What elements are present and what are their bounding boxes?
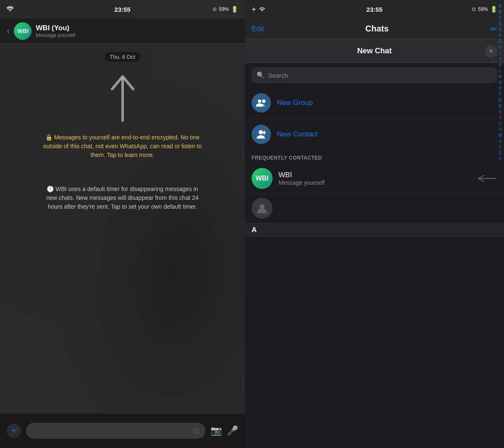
airplane-icon: ✈ <box>252 6 256 13</box>
alpha-p[interactable]: P <box>499 92 502 97</box>
search-input[interactable]: Search <box>268 72 288 79</box>
section-a: A <box>245 223 504 236</box>
chat-input-bar: + ⊡ 📷 🎤 <box>0 413 245 448</box>
attachment-button[interactable]: + <box>7 424 21 438</box>
new-contact-avatar <box>252 125 271 144</box>
arrow-left-icon <box>476 174 497 183</box>
wbi-subtitle: Message yourself <box>278 179 470 186</box>
scroll-arrow <box>108 70 137 125</box>
location-icon-left: ⊙ <box>213 6 217 12</box>
chats-header: Edit Chats ✏ <box>245 18 504 39</box>
up-arrow-icon <box>108 70 137 125</box>
right-panel: ✈ 23:55 ⊙ 59% 🔋 Edit Chats ✏ New Chat ✕ <box>245 0 504 448</box>
alpha-f[interactable]: F <box>499 33 501 39</box>
status-bar-left: 23:55 ⊙ 59% 🔋 <box>0 0 245 18</box>
svg-point-2 <box>262 100 265 103</box>
close-button[interactable]: ✕ <box>485 45 497 58</box>
alpha-n[interactable]: N <box>499 80 501 86</box>
new-group-label: New Group <box>277 99 313 107</box>
alpha-c[interactable]: C <box>499 15 501 21</box>
alpha-s[interactable]: S <box>499 109 502 115</box>
chat-content: Thu, 6 Oct 🔒 Messages to yourself are en… <box>0 44 245 413</box>
alpha-k[interactable]: K <box>499 62 502 68</box>
new-group-avatar <box>252 93 271 113</box>
close-icon: ✕ <box>488 47 494 55</box>
alpha-q[interactable]: Q <box>499 97 502 103</box>
message-input[interactable]: ⊡ <box>26 423 205 439</box>
group-icon <box>256 98 267 107</box>
blank-person-icon <box>256 202 268 214</box>
date-badge: Thu, 6 Oct <box>105 52 140 62</box>
svg-point-1 <box>258 100 261 103</box>
status-time-left: 23:55 <box>114 6 130 13</box>
modal-title: New Chat <box>357 47 391 55</box>
new-contact-item[interactable]: New Contact <box>245 119 504 150</box>
encryption-message[interactable]: 🔒 Messages to yourself are end-to-end en… <box>43 133 202 160</box>
new-chat-modal: New Chat ✕ 🔍 Search New Group <box>245 39 504 448</box>
blank-avatar <box>252 198 273 219</box>
alpha-z[interactable]: Z <box>499 150 501 156</box>
wbi-avatar: WBI <box>252 168 273 189</box>
section-a-letter: A <box>252 226 257 234</box>
person-add-icon <box>257 129 266 139</box>
status-left-icons <box>7 5 13 13</box>
back-button[interactable]: ‹ <box>7 26 10 37</box>
alpha-t[interactable]: T <box>499 115 501 121</box>
wifi-icon-right <box>259 5 265 13</box>
battery-text-left: 59% <box>219 6 229 12</box>
disappearing-message[interactable]: 🕐 WBI uses a default timer for disappear… <box>43 185 202 211</box>
wbi-info: WBI Message yourself <box>278 171 470 186</box>
alpha-i[interactable]: I <box>500 50 501 56</box>
status-right-icons: ⊙ 59% 🔋 <box>213 6 238 13</box>
alpha-o[interactable]: O <box>499 86 502 92</box>
alpha-e[interactable]: E <box>499 27 502 33</box>
chat-panel: 23:55 ⊙ 59% 🔋 ‹ WBI WBI (You) Message yo… <box>0 0 245 448</box>
new-contact-label: New Contact <box>277 130 318 139</box>
new-group-item[interactable]: New Group <box>245 87 504 119</box>
alpha-d[interactable]: D <box>499 21 501 27</box>
alpha-v[interactable]: V <box>499 127 502 133</box>
alpha-j[interactable]: J <box>499 56 501 62</box>
battery-text-right: 59% <box>478 6 488 12</box>
search-icon: 🔍 <box>257 71 265 79</box>
alpha-l[interactable]: L <box>499 68 501 74</box>
camera-button[interactable]: 📷 <box>210 425 222 436</box>
alpha-w[interactable]: W <box>498 133 502 139</box>
alpha-u[interactable]: U <box>499 121 501 127</box>
alpha-x[interactable]: X <box>499 139 502 144</box>
alpha-r[interactable]: R <box>499 103 501 109</box>
alpha-h[interactable]: H <box>499 45 501 50</box>
chats-title: Chats <box>365 24 389 34</box>
alpha-m[interactable]: M <box>499 74 502 80</box>
modal-header: New Chat ✕ <box>245 39 504 63</box>
alpha-hash[interactable]: # <box>499 156 501 162</box>
battery-icon-left: 🔋 <box>231 6 238 13</box>
wifi-icon <box>7 5 13 13</box>
status-time-right: 23:55 <box>366 6 382 13</box>
location-icon-right: ⊙ <box>472 6 476 12</box>
alpha-g[interactable]: G <box>499 39 502 45</box>
alpha-index: A B C D E F G H I J K L M N O P Q R S T … <box>496 0 504 448</box>
chat-name: WBI (You) <box>36 24 75 32</box>
section-header-label: FREQUENTLY CONTACTED <box>252 155 322 161</box>
alpha-b[interactable]: B <box>499 9 502 15</box>
status-right-right: ⊙ 59% 🔋 <box>472 6 497 13</box>
avatar: WBI <box>14 22 32 40</box>
search-bar[interactable]: 🔍 Search <box>252 67 497 83</box>
chat-subtitle: Message yourself <box>36 32 75 38</box>
alpha-a[interactable]: A <box>499 3 502 9</box>
status-left-right: ✈ <box>252 5 265 13</box>
sticker-icon: ⊡ <box>193 426 200 435</box>
chat-header: ‹ WBI WBI (You) Message yourself <box>0 18 245 44</box>
contact-wbi[interactable]: WBI WBI Message yourself <box>245 164 504 194</box>
mic-button[interactable]: 🎤 <box>227 425 238 436</box>
wbi-arrow <box>476 174 497 183</box>
frequently-contacted-section: FREQUENTLY CONTACTED <box>245 150 504 164</box>
edit-button[interactable]: Edit <box>252 25 264 33</box>
status-bar-right: ✈ 23:55 ⊙ 59% 🔋 <box>245 0 504 18</box>
wbi-name: WBI <box>278 171 470 179</box>
contact-blank[interactable] <box>245 194 504 223</box>
chat-header-info: WBI (You) Message yourself <box>36 24 75 38</box>
plus-icon: + <box>11 426 16 436</box>
alpha-y[interactable]: Y <box>499 144 502 150</box>
